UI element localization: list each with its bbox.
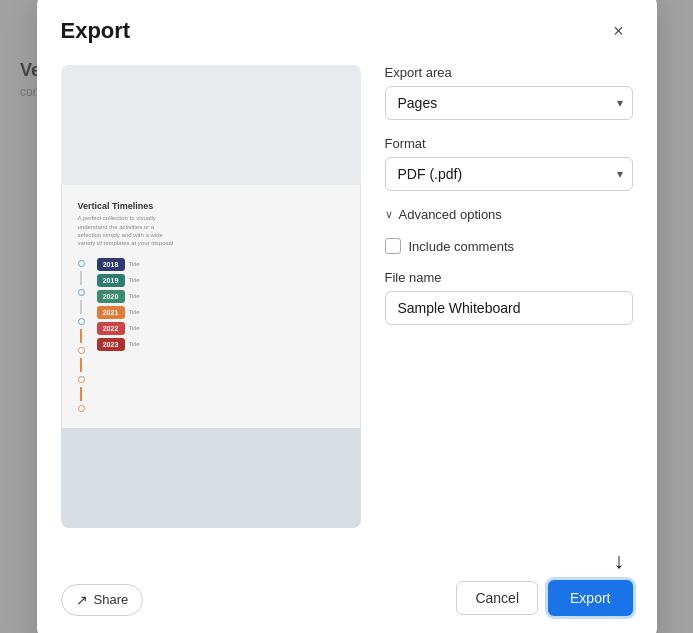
- timeline-description: A perfect collection to visually underst…: [78, 214, 178, 248]
- timeline-row-4: 2021 Title: [97, 306, 140, 319]
- tl-dot-2: [78, 289, 85, 296]
- cancel-button[interactable]: Cancel: [456, 581, 538, 615]
- tl-connector-5: [80, 387, 82, 401]
- export-area-select-wrapper: Pages Selection All pages ▾: [385, 86, 633, 120]
- share-button[interactable]: ↗ Share: [61, 584, 144, 616]
- tl-dot-5: [78, 376, 85, 383]
- tl-label-4: Title: [129, 309, 140, 315]
- tl-label-2: Title: [129, 277, 140, 283]
- tl-label-1: Title: [129, 261, 140, 267]
- format-select-wrapper: PDF (.pdf) PNG (.png) SVG (.svg) JPEG (.…: [385, 157, 633, 191]
- format-select[interactable]: PDF (.pdf) PNG (.png) SVG (.svg) JPEG (.…: [385, 157, 633, 191]
- tl-label-5: Title: [129, 325, 140, 331]
- close-button[interactable]: ×: [605, 17, 633, 45]
- export-area-select[interactable]: Pages Selection All pages: [385, 86, 633, 120]
- include-comments-row[interactable]: Include comments: [385, 238, 633, 254]
- modal-header: Export ×: [61, 17, 633, 45]
- share-button-label: Share: [94, 592, 129, 607]
- tl-card-2022: 2022: [97, 322, 125, 335]
- timeline-line: [78, 260, 85, 412]
- timeline-row-6: 2023 Title: [97, 338, 140, 351]
- include-comments-label: Include comments: [409, 239, 515, 254]
- export-button[interactable]: Export: [548, 580, 632, 616]
- tl-card-2023: 2023: [97, 338, 125, 351]
- export-modal: Export × Vertical Timelines A perfect co…: [37, 0, 657, 633]
- tl-card-2018: 2018: [97, 258, 125, 271]
- preview-panel: Vertical Timelines A perfect collection …: [61, 65, 361, 528]
- tl-dot-6: [78, 405, 85, 412]
- tl-connector-3: [80, 329, 82, 343]
- tl-card-2020: 2020: [97, 290, 125, 303]
- arrow-down-indicator: ↓: [614, 548, 625, 574]
- footer-right: ↓ Cancel Export: [456, 548, 632, 616]
- tl-connector-4: [80, 358, 82, 372]
- file-name-input[interactable]: [385, 291, 633, 325]
- tl-dot-1: [78, 260, 85, 267]
- modal-footer: ↗ Share ↓ Cancel Export: [61, 548, 633, 616]
- timeline-graphic: 2018 Title 2019 Title 2020 Title 2021: [78, 258, 140, 412]
- preview-middle-area: Vertical Timelines A perfect collection …: [61, 185, 361, 428]
- format-group: Format PDF (.pdf) PNG (.png) SVG (.svg) …: [385, 136, 633, 191]
- tl-dot-3: [78, 318, 85, 325]
- tl-label-6: Title: [129, 341, 140, 347]
- tl-label-3: Title: [129, 293, 140, 299]
- include-comments-checkbox[interactable]: [385, 238, 401, 254]
- share-icon: ↗: [76, 592, 88, 608]
- file-name-label: File name: [385, 270, 633, 285]
- timeline-row-1: 2018 Title: [97, 258, 140, 271]
- tl-card-2021: 2021: [97, 306, 125, 319]
- modal-body: Vertical Timelines A perfect collection …: [61, 65, 633, 528]
- tl-connector-1: [80, 271, 82, 285]
- advanced-options-label: Advanced options: [399, 207, 502, 222]
- chevron-down-icon: ∨: [385, 208, 393, 221]
- right-panel: Export area Pages Selection All pages ▾ …: [385, 65, 633, 528]
- modal-title: Export: [61, 18, 131, 44]
- file-name-group: File name: [385, 270, 633, 325]
- footer-buttons: Cancel Export: [456, 580, 632, 616]
- tl-card-2019: 2019: [97, 274, 125, 287]
- tl-connector-2: [80, 300, 82, 314]
- timeline-title: Vertical Timelines: [78, 201, 154, 211]
- timeline-cards: 2018 Title 2019 Title 2020 Title 2021: [97, 258, 140, 351]
- timeline-row-3: 2020 Title: [97, 290, 140, 303]
- export-area-label: Export area: [385, 65, 633, 80]
- tl-dot-4: [78, 347, 85, 354]
- timeline-row-5: 2022 Title: [97, 322, 140, 335]
- preview-bottom-area: [61, 428, 361, 528]
- export-area-group: Export area Pages Selection All pages ▾: [385, 65, 633, 120]
- timeline-row-2: 2019 Title: [97, 274, 140, 287]
- advanced-options-toggle[interactable]: ∨ Advanced options: [385, 207, 633, 222]
- preview-top-area: [61, 65, 361, 185]
- format-label: Format: [385, 136, 633, 151]
